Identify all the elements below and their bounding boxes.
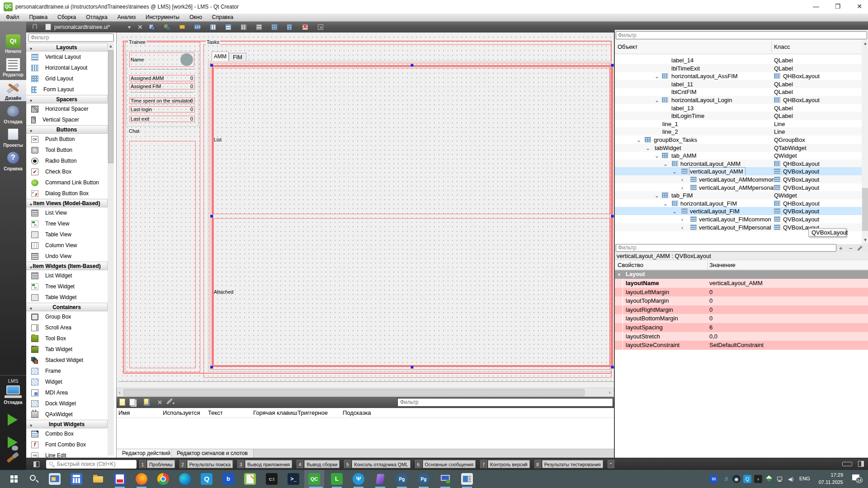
tree-row-line_2[interactable]: line_2Line — [615, 127, 862, 136]
object-filter-input[interactable]: Фильтр — [616, 31, 867, 39]
chevron-down-icon[interactable]: ⌄ — [663, 161, 668, 167]
dock-tab-Редактор действий[interactable]: Редактор действий — [117, 449, 176, 458]
taskbar-1c-icon[interactable] — [114, 473, 126, 485]
widget-table-view[interactable]: Table View — [26, 229, 108, 240]
scroll-down-icon[interactable]: ▼ — [862, 238, 868, 242]
menu-Окно[interactable]: Окно — [184, 14, 207, 21]
layout-vertical-icon[interactable] — [224, 23, 232, 31]
tree-row-horizontalLayout_AssFIM[interactable]: ⌄horizontalLayout_AssFIMQHBoxLayout — [615, 72, 862, 80]
remove-property-icon[interactable]: − — [849, 245, 853, 252]
taskbar-powershell-icon[interactable]: >_ — [288, 473, 299, 485]
canvas-hscrollbar[interactable]: ‹ › — [117, 388, 614, 397]
chevron-down-icon[interactable]: ⌄ — [672, 169, 677, 175]
property-config-icon[interactable] — [857, 245, 863, 251]
layout-hsplit-icon[interactable] — [240, 23, 248, 31]
menu-Сборка[interactable]: Сборка — [52, 14, 81, 21]
tray-volume-icon[interactable]: ◀) — [787, 475, 795, 483]
action-col-Подсказка[interactable]: Подсказка — [343, 409, 371, 416]
sidebar-mode-Проекты[interactable]: Проекты — [0, 127, 26, 148]
tree-row-horizontalLayout_AMM[interactable]: ⌄horizontalLayout_AMMQHBoxLayout — [615, 160, 862, 168]
widget-form-layout[interactable]: Form Layout — [26, 84, 108, 95]
chevron-down-icon[interactable]: ⌄ — [646, 145, 650, 151]
tree-row-verticalLayout_AMMcommon[interactable]: ›verticalLayout_AMMcommonQVBoxLayout — [615, 175, 862, 183]
section-Item Widgets (Item-Based)[interactable]: ▾Item Widgets (Item-Based) — [26, 262, 108, 270]
property-row-layoutStretch[interactable]: layoutStretch0,0 — [615, 332, 868, 341]
trainee-row-4[interactable]: Last exit0 — [129, 116, 195, 122]
selection-handle[interactable] — [210, 64, 213, 67]
tree-row-verticalLayout_FIMcommon[interactable]: ›verticalLayout_FIMcommonQVBoxLayout — [615, 215, 862, 223]
output-pane-Результаты тестирования[interactable]: 8Результаты тестирования — [534, 460, 603, 468]
property-row-layoutRightMargin[interactable]: layoutRightMargin0 — [615, 305, 868, 314]
chat-box[interactable] — [129, 141, 196, 368]
action-col-Имя[interactable]: Имя — [118, 409, 130, 416]
tree-row-line_1[interactable]: line_1Line — [615, 120, 862, 128]
widget-push-button[interactable]: OKPush Button — [26, 134, 108, 145]
trainee-row-0[interactable]: Assigned AMM0 — [129, 75, 195, 81]
sidebar-mode-Справка[interactable]: ?Справка — [0, 150, 26, 172]
widget-column-view[interactable]: Column View — [26, 240, 108, 251]
edit-taborder-icon[interactable]: 123 — [193, 23, 202, 31]
widget-tree-widget[interactable]: Tree Widget — [26, 281, 108, 292]
menu-Файл[interactable]: Файл — [1, 14, 24, 21]
property-row-layoutLeftMargin[interactable]: layoutLeftMargin0 — [615, 288, 868, 297]
property-row-layoutBottomMargin[interactable]: layoutBottomMargin0 — [615, 314, 868, 323]
widget-radio-button[interactable]: Radio Button — [26, 155, 108, 166]
tree-row-horizontalLayout_FIM[interactable]: ⌄horizontalLayout_FIMQHBoxLayout — [615, 199, 862, 207]
widget-box-scrollbar[interactable]: ▲ — [108, 43, 114, 455]
selection-handle[interactable] — [210, 215, 213, 218]
taskbar-fork-icon[interactable]: Ψ — [353, 473, 364, 485]
taskbar-remote-icon[interactable] — [439, 473, 451, 485]
chevron-right-icon[interactable]: › — [681, 225, 683, 231]
property-group-row[interactable]: ▾ Layout — [615, 270, 868, 279]
tree-row-verticalLayout_FIM[interactable]: ⌄verticalLayout_FIMQVBoxLayout — [615, 207, 862, 215]
edit-action-icon[interactable] — [144, 399, 150, 406]
widget-table-widget[interactable]: Table Widget — [26, 292, 108, 303]
action-col-Горячая клавиш[interactable]: Горячая клавиш — [253, 409, 297, 416]
action-filter-input[interactable]: Фильтр — [397, 398, 613, 407]
widget-grid-layout[interactable]: Grid Layout — [26, 73, 108, 84]
selection-handle[interactable] — [410, 64, 414, 67]
trainee-row-1[interactable]: Assigned FIM0 — [129, 83, 195, 89]
output-pane-Вывод приложения[interactable]: 3Вывод приложения — [237, 460, 292, 468]
progress-indicator-icon[interactable] — [842, 462, 852, 466]
widget-tab-widget[interactable]: Tab Widget — [26, 344, 108, 355]
taskbar-clock[interactable]: 17:2907.11.2025 — [811, 471, 843, 486]
output-pane-Проблемы[interactable]: 1Проблемы — [139, 460, 175, 468]
widget-list-widget[interactable]: List Widget — [26, 270, 108, 281]
sidebar-mode-Редактор[interactable]: Редактор — [0, 56, 26, 78]
trainee-row-2[interactable]: Time spent on the simulator0 — [129, 98, 195, 104]
taskbar-cmd-icon[interactable]: C:\ — [266, 473, 278, 485]
run-button[interactable] — [8, 414, 18, 426]
tree-row-groupBox_Tasks[interactable]: ⌄groupBox_TasksQGroupBox — [615, 136, 862, 144]
chevron-down-icon[interactable]: ⌄ — [655, 192, 659, 199]
widget-tool-box[interactable]: Tool Box — [26, 333, 108, 344]
widget-scroll-area[interactable]: Scroll Area — [26, 322, 108, 333]
sidebar-mode-Отладка[interactable]: Отладка — [0, 103, 26, 125]
tree-row-lblCntFIM[interactable]: lblCntFIMQLabel — [615, 88, 862, 96]
chevron-down-icon[interactable]: ⌄ — [672, 208, 677, 215]
tray-nvidia-icon[interactable]: ◖ — [754, 475, 762, 483]
tray-defender-icon[interactable] — [765, 475, 773, 483]
tree-row-tabWidget[interactable]: ⌄tabWidgetQTabWidget — [615, 144, 862, 152]
minimize-button[interactable]: — — [809, 2, 823, 11]
menu-Правка[interactable]: Правка — [24, 14, 53, 21]
scroll-right-icon[interactable]: › — [609, 390, 610, 395]
menu-Отладка[interactable]: Отладка — [81, 14, 112, 21]
output-pane-expand[interactable]: ⌃ — [608, 460, 614, 468]
taskbar-postgres-1-icon[interactable]: Pg — [396, 473, 408, 485]
widget-vertical-spacer[interactable]: Vertical Spacer — [26, 114, 108, 125]
close-button[interactable]: ✕ — [853, 2, 866, 11]
widget-group-box[interactable]: Group Box — [26, 311, 108, 322]
copy-action-icon[interactable] — [129, 399, 135, 406]
widget-horizontal-spacer[interactable]: Horizontal Spacer — [26, 103, 108, 114]
property-row-layoutSpacing[interactable]: layoutSpacing6 — [615, 323, 868, 332]
panel-toggle-icon[interactable] — [858, 461, 864, 467]
taskbar-qtcreator-icon[interactable]: QC — [308, 473, 320, 485]
scroll-up-icon[interactable]: ▲ — [862, 41, 868, 46]
add-property-icon[interactable]: + — [839, 245, 843, 252]
widget-tree-view[interactable]: Tree View — [26, 218, 108, 229]
widget-mdi-area[interactable]: MDI Area — [26, 387, 108, 398]
property-row-layoutTopMargin[interactable]: layoutTopMargin0 — [615, 296, 868, 305]
tree-row-verticalLayout_AMM[interactable]: ⌄verticalLayout_AMMQVBoxLayout — [615, 167, 862, 175]
document-dropdown-arrow[interactable]: ▾ — [128, 24, 131, 30]
